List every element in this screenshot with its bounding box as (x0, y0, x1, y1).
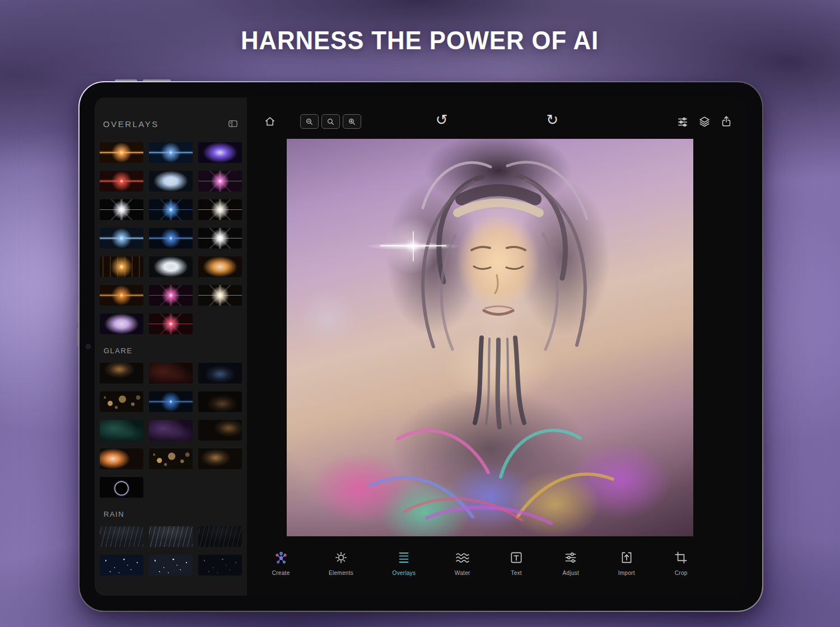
flare-blue-streak[interactable] (149, 142, 193, 163)
adjust-icon (563, 550, 578, 565)
zoom-reset-button[interactable] (321, 114, 340, 129)
nav-item-text[interactable]: Text (509, 550, 524, 576)
flare-white-bright-burst[interactable] (198, 228, 242, 249)
glare-distant-light[interactable] (100, 363, 143, 383)
front-camera (86, 344, 91, 349)
rain-thumb-grid (95, 526, 247, 575)
overlays-panel: OVERLAYS GLARE (95, 97, 247, 596)
glare-thumb-grid (95, 363, 247, 498)
nav-item-create[interactable]: Create (272, 550, 290, 576)
rain-faint-dots[interactable] (198, 555, 242, 575)
nav-label: Text (511, 570, 522, 576)
crop-icon (674, 550, 688, 565)
flare-warmwhite-burst[interactable] (198, 285, 242, 306)
right-toolbar-group (676, 115, 732, 128)
page-background: HARNESS THE POWER OF AI OVERLAYS (0, 0, 840, 627)
headline: HARNESS THE POWER OF AI (0, 25, 840, 55)
canvas-area (247, 139, 747, 536)
nav-label: Import (618, 570, 635, 576)
zoom-button-group (300, 114, 361, 129)
nav-item-elements[interactable]: Elements (329, 550, 353, 576)
rain-light[interactable] (149, 526, 193, 547)
glare-blue-faint[interactable] (198, 363, 242, 383)
glare-amber-corner[interactable] (198, 420, 242, 441)
flare-violet-white-glow[interactable] (100, 314, 143, 334)
flare-violet-glow[interactable] (198, 142, 242, 163)
zoom-in-button[interactable] (343, 114, 361, 129)
tablet-device: OVERLAYS GLARE (78, 81, 763, 612)
flare-orange-streak[interactable] (100, 285, 143, 306)
redo-button[interactable]: ↻ (547, 113, 559, 127)
flare-blue-bright-streak[interactable] (100, 228, 143, 249)
artwork-detail-layer (287, 139, 693, 536)
rain-snow-bokeh[interactable] (149, 555, 193, 575)
nav-label: Create (272, 570, 290, 576)
glare-teal-mist[interactable] (100, 420, 143, 441)
layers-button[interactable] (698, 115, 711, 128)
flare-warm-glow[interactable] (198, 256, 242, 277)
nav-item-import[interactable]: Import (618, 550, 635, 576)
magnifier-plus-icon (348, 118, 356, 126)
tablet-frame: OVERLAYS GLARE (78, 81, 763, 612)
nav-item-crop[interactable]: Crop (674, 550, 688, 576)
glare-red-abstract[interactable] (149, 363, 193, 383)
glare-warm-bokeh-2[interactable] (149, 448, 193, 469)
app-screen: OVERLAYS GLARE (95, 97, 747, 596)
water-icon (455, 550, 470, 565)
flare-cool-bright-glow[interactable] (149, 256, 193, 277)
nav-label: Adjust (563, 570, 580, 576)
text-icon (509, 550, 524, 565)
flare-pink-burst[interactable] (149, 285, 193, 306)
flare-blue-core-streak[interactable] (149, 228, 193, 249)
editor-main: ↺ ↻ (247, 97, 747, 596)
top-toolbar: ↺ ↻ (247, 97, 747, 139)
glare-eclipse-ring[interactable] (100, 477, 143, 498)
rain-night-stars[interactable] (100, 555, 143, 575)
panel-header: OVERLAYS (95, 97, 247, 142)
panel-toggle-button[interactable] (227, 119, 239, 129)
rain-heavy[interactable] (100, 526, 143, 547)
sidebar-toggle-icon (227, 119, 239, 129)
flare-magenta-burst[interactable] (198, 171, 242, 191)
rain-dark[interactable] (198, 526, 242, 547)
history-buttons: ↺ ↻ (436, 113, 559, 127)
flare-red-pink-burst[interactable] (149, 314, 193, 334)
canvas-artwork[interactable] (287, 139, 693, 536)
nav-label: Elements (329, 570, 353, 576)
magnifier-icon (326, 118, 335, 126)
glare-warm-faint[interactable] (198, 391, 242, 412)
glare-warm-bokeh[interactable] (100, 391, 143, 412)
section-label-glare: GLARE (104, 347, 247, 355)
magnifier-minus-icon (305, 118, 314, 126)
glare-orange-flare[interactable] (100, 448, 143, 469)
sun-icon (334, 550, 348, 565)
undo-button[interactable]: ↺ (436, 113, 448, 127)
nav-item-water[interactable]: Water (455, 550, 470, 576)
nav-item-adjust[interactable]: Adjust (563, 550, 580, 576)
overlays-thumb-grid (95, 142, 247, 334)
nav-item-overlays[interactable]: Overlays (393, 550, 416, 576)
panel-title: OVERLAYS (103, 119, 159, 129)
tablet-bezel: OVERLAYS GLARE (80, 82, 762, 611)
flare-red-streak[interactable] (100, 171, 143, 191)
nav-label: Crop (675, 570, 688, 576)
home-button[interactable] (264, 115, 276, 128)
flare-white-streak-burst[interactable] (198, 199, 242, 220)
share-button[interactable] (720, 115, 732, 128)
flare-cool-glow[interactable] (149, 171, 193, 191)
flare-warm-streak[interactable] (100, 142, 143, 163)
flare-white-burst[interactable] (100, 199, 143, 220)
flare-amber-vertical-streaks[interactable] (100, 256, 143, 277)
section-label-rain: RAIN (104, 510, 247, 518)
import-icon (619, 550, 634, 565)
nav-label: Water (455, 570, 470, 576)
flare-blue-anamorphic-burst[interactable] (149, 199, 193, 220)
adjustments-button[interactable] (676, 115, 689, 128)
glare-warm-streaks[interactable] (198, 448, 242, 469)
nav-label: Overlays (393, 570, 416, 576)
glare-blue-streak[interactable] (149, 391, 193, 412)
overlays-icon (396, 550, 411, 565)
glare-violet-mist[interactable] (149, 420, 193, 441)
bottom-nav: Create Elements (247, 536, 747, 596)
zoom-out-button[interactable] (300, 114, 319, 129)
